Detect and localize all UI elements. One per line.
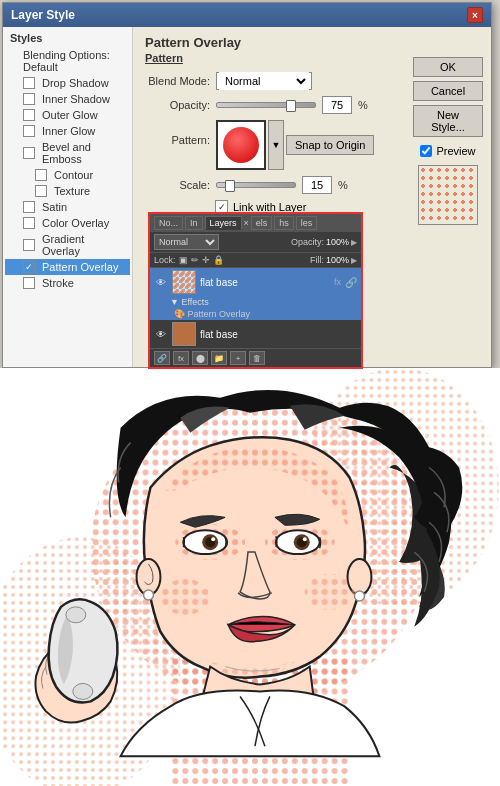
ps-folder-btn[interactable]: 📁	[211, 351, 227, 365]
svg-point-20	[355, 591, 365, 601]
opacity-unit: %	[358, 99, 368, 111]
layer-link-icon: 🔗	[345, 277, 357, 288]
contour-checkbox[interactable]	[35, 169, 47, 181]
ps-tab-hs[interactable]: hs	[274, 216, 294, 230]
bevel-checkbox[interactable]	[23, 147, 35, 159]
styles-panel: Styles Blending Options: Default Drop Sh…	[3, 27, 133, 367]
inner-shadow-checkbox[interactable]	[23, 93, 35, 105]
bevel-label: Bevel and Emboss	[42, 141, 125, 165]
ps-tab-no[interactable]: No...	[154, 216, 183, 230]
style-item-bevel[interactable]: Bevel and Emboss	[5, 139, 130, 167]
scale-input[interactable]	[302, 176, 332, 194]
style-item-inner-shadow[interactable]: Inner Shadow	[5, 91, 130, 107]
preview-pattern	[419, 166, 477, 224]
inner-glow-checkbox[interactable]	[23, 125, 35, 137]
lock-move-icon[interactable]: ✛	[202, 255, 210, 265]
ps-opacity-arrow: ▶	[351, 238, 357, 247]
ps-fx-btn[interactable]: fx	[173, 351, 189, 365]
stroke-checkbox[interactable]	[23, 277, 35, 289]
lock-transparency-icon[interactable]: ▣	[179, 255, 188, 265]
drop-shadow-checkbox[interactable]	[23, 77, 35, 89]
style-item-gradient-overlay[interactable]: Gradient Overlay	[5, 231, 130, 259]
preview-row: Preview	[413, 145, 483, 157]
ps-tab-les[interactable]: les	[296, 216, 318, 230]
ps-trash-btn[interactable]: 🗑	[249, 351, 265, 365]
svg-point-16	[303, 537, 307, 541]
scale-slider-thumb[interactable]	[225, 180, 235, 192]
style-item-stroke[interactable]: Stroke	[5, 275, 130, 291]
layer-visibility-icon[interactable]: 👁	[154, 275, 168, 289]
style-item-inner-glow[interactable]: Inner Glow	[5, 123, 130, 139]
layer2-visibility-icon[interactable]: 👁	[154, 327, 168, 341]
title-bar: Layer Style ×	[3, 3, 491, 27]
close-icon: ×	[472, 10, 478, 21]
ps-blend-select[interactable]: Normal	[154, 234, 219, 250]
style-item-blending[interactable]: Blending Options: Default	[5, 47, 130, 75]
selected-layer-row[interactable]: 👁 flat base fx 🔗	[150, 268, 361, 296]
close-button[interactable]: ×	[467, 7, 483, 23]
layer-name: flat base	[200, 277, 330, 288]
scale-slider[interactable]	[216, 182, 296, 188]
opacity-slider-thumb[interactable]	[286, 100, 296, 112]
gradient-overlay-checkbox[interactable]	[23, 239, 35, 251]
ps-new-layer-btn[interactable]: +	[230, 351, 246, 365]
scale-unit: %	[338, 179, 348, 191]
cancel-button[interactable]: Cancel	[413, 81, 483, 101]
satin-checkbox[interactable]	[23, 201, 35, 213]
pattern-dropdown-btn[interactable]: ▼	[268, 120, 284, 170]
style-item-texture[interactable]: Texture	[5, 183, 130, 199]
gradient-overlay-label: Gradient Overlay	[42, 233, 125, 257]
lock-paint-icon[interactable]: ✏	[191, 255, 199, 265]
pattern-overlay-label: Pattern Overlay	[42, 261, 118, 273]
layer-thumb-pattern	[173, 271, 195, 293]
pattern-preview-circle	[223, 127, 259, 163]
layer2-row[interactable]: 👁 flat base	[150, 320, 361, 348]
ps-tab-els[interactable]: els	[251, 216, 273, 230]
style-item-color-overlay[interactable]: Color Overlay	[5, 215, 130, 231]
layer-thumbnail	[172, 270, 196, 294]
effects-label: Effects	[181, 297, 208, 307]
color-overlay-checkbox[interactable]	[23, 217, 35, 229]
style-item-contour[interactable]: Contour	[5, 167, 130, 183]
blend-mode-select[interactable]: Normal Multiply Screen Overlay	[219, 72, 309, 90]
ps-opacity-value[interactable]: 100%	[326, 237, 349, 247]
svg-point-12	[211, 537, 215, 541]
outer-glow-checkbox[interactable]	[23, 109, 35, 121]
opacity-slider[interactable]	[216, 102, 316, 108]
new-style-button[interactable]: New Style...	[413, 105, 483, 137]
style-item-outer-glow[interactable]: Outer Glow	[5, 107, 130, 123]
opacity-input[interactable]	[322, 96, 352, 114]
lock-all-icon[interactable]: 🔒	[213, 255, 224, 265]
preview-checkbox[interactable]	[420, 145, 432, 157]
blending-label: Blending Options: Default	[23, 49, 125, 73]
layer-effects-row: ▼ Effects	[150, 296, 361, 308]
action-buttons: OK Cancel New Style... Preview	[413, 57, 483, 229]
ps-blend-toolbar: Normal Opacity: 100% ▶	[150, 232, 361, 253]
layer-style-dialog: Layer Style × Styles Blending Options: D…	[2, 2, 492, 368]
comic-svg	[0, 368, 500, 786]
scale-label: Scale:	[145, 179, 210, 191]
ps-tab-layers[interactable]: Layers	[205, 216, 242, 230]
contour-label: Contour	[54, 169, 93, 181]
ps-link-btn[interactable]: 🔗	[154, 351, 170, 365]
ps-fill-label: Fill:	[310, 255, 324, 265]
opacity-label: Opacity:	[145, 99, 210, 111]
ps-fill-arrow: ▶	[351, 256, 357, 265]
layer-fx-icon[interactable]: fx	[334, 277, 341, 287]
ps-tab-close[interactable]: ×	[244, 218, 249, 228]
style-item-drop-shadow[interactable]: Drop Shadow	[5, 75, 130, 91]
ps-tab-in[interactable]: In	[185, 216, 203, 230]
style-item-pattern-overlay[interactable]: ✓ Pattern Overlay	[5, 259, 130, 275]
style-item-satin[interactable]: Satin	[5, 199, 130, 215]
svg-point-24	[305, 574, 355, 610]
ps-lock-label: Lock:	[154, 255, 176, 265]
ok-button[interactable]: OK	[413, 57, 483, 77]
snap-to-origin-btn[interactable]: Snap to Origin	[286, 135, 374, 155]
pattern-swatch[interactable]	[216, 120, 266, 170]
pattern-overlay-checkbox[interactable]: ✓	[23, 261, 35, 273]
texture-checkbox[interactable]	[35, 185, 47, 197]
ps-adj-btn[interactable]: ⬤	[192, 351, 208, 365]
ps-fill-value[interactable]: 100%	[326, 255, 349, 265]
ps-bottom-bar: 🔗 fx ⬤ 📁 + 🗑	[150, 348, 361, 367]
svg-point-21	[66, 607, 86, 623]
